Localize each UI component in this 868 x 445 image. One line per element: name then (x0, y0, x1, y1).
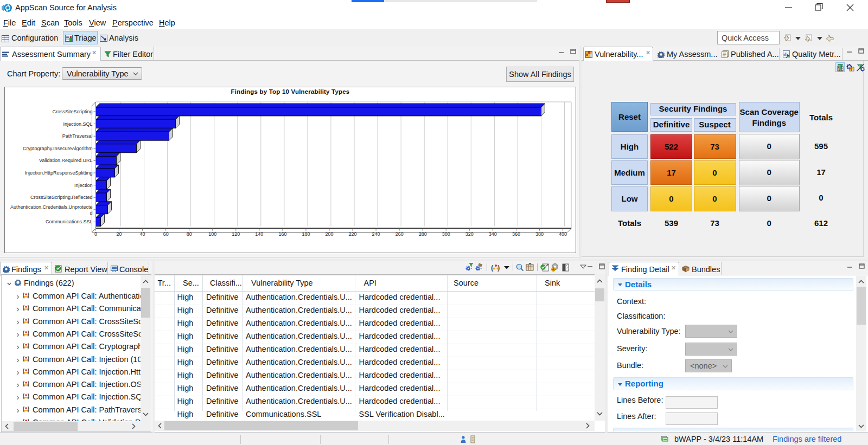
svg-text:20: 20 (117, 231, 122, 237)
svg-text:Findings by Top 10 Vulnerabili: Findings by Top 10 Vulnerability Types (231, 88, 350, 95)
svg-text:220: 220 (349, 231, 357, 237)
svg-text:Injection: Injection (74, 183, 93, 188)
svg-text:140: 140 (255, 231, 263, 237)
svg-text:PathTraversal: PathTraversal (62, 133, 93, 139)
svg-text:Validation.Required.URL: Validation.Required.URL (39, 158, 92, 163)
svg-text:320: 320 (465, 231, 474, 237)
svg-text:340: 340 (489, 231, 497, 237)
svg-text:200: 200 (325, 231, 333, 237)
svg-text:80: 80 (187, 231, 192, 237)
svg-text:(: ( (491, 263, 494, 272)
svg-text:d: d (90, 210, 92, 216)
svg-text:CrossSiteScripting: CrossSiteScripting (52, 109, 92, 114)
svg-text:400: 400 (559, 231, 567, 237)
svg-text:Cryptography.InsecureAlgorithm: Cryptography.InsecureAlgorithm (23, 146, 92, 151)
svg-text:180: 180 (302, 231, 310, 237)
svg-text:0: 0 (94, 231, 97, 237)
svg-text:120: 120 (232, 231, 240, 237)
svg-text:360: 360 (512, 231, 520, 237)
svg-text:CrossSiteScripting.Reflected: CrossSiteScripting.Reflected (30, 195, 93, 200)
svg-text:280: 280 (419, 231, 427, 237)
svg-text:100: 100 (208, 231, 216, 237)
svg-text:240: 240 (372, 231, 380, 237)
svg-text:160: 160 (278, 231, 286, 237)
svg-text:60: 60 (163, 231, 169, 237)
svg-text:40: 40 (140, 231, 145, 237)
svg-text:Authentication.Credentials.Unp: Authentication.Credentials.Unprotecte (10, 204, 93, 210)
svg-text:Injection.HttpResponseSplittin: Injection.HttpResponseSplitting (24, 170, 92, 176)
svg-text:Injection.SQL: Injection.SQL (63, 121, 92, 127)
svg-text:380: 380 (535, 231, 544, 237)
svg-text:260: 260 (395, 231, 404, 237)
svg-text:300: 300 (442, 231, 450, 237)
svg-text:): ) (497, 263, 500, 272)
svg-text:Communications.SSL: Communications.SSL (46, 219, 93, 224)
